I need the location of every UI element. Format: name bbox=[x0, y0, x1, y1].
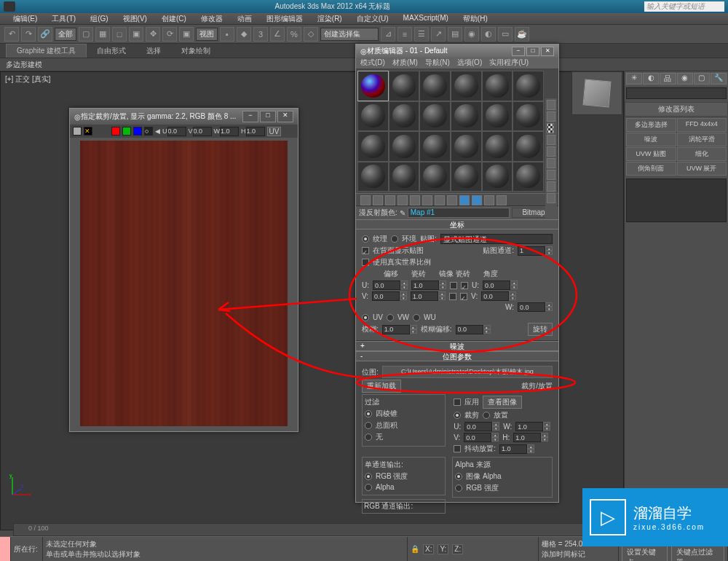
titlebar-search[interactable]: 输入关键字或短语 bbox=[644, 1, 724, 12]
mod-uvwmap[interactable]: UVW 贴图 bbox=[626, 147, 676, 161]
scale-button[interactable]: ▣ bbox=[179, 27, 194, 42]
med-titlebar[interactable]: ◎ 材质编辑器 - 01 - Default − □ ✕ bbox=[356, 44, 558, 58]
viewcube[interactable] bbox=[582, 79, 611, 107]
showbg-check[interactable] bbox=[362, 247, 369, 254]
menu-tools[interactable]: 工具(T) bbox=[44, 13, 83, 24]
realworld-check[interactable] bbox=[362, 259, 369, 266]
menu-customize[interactable]: 自定义(U) bbox=[349, 13, 396, 24]
crop-v[interactable]: ▴▾ bbox=[464, 433, 499, 442]
coord-header[interactable]: 坐标 bbox=[356, 219, 558, 230]
mod-noise[interactable]: 噪波 bbox=[626, 133, 676, 146]
material-slot[interactable] bbox=[419, 71, 451, 101]
med-menu-utilities[interactable]: 实用程序(U) bbox=[489, 58, 529, 68]
close-button[interactable]: ✕ bbox=[541, 47, 554, 56]
channel-b-icon[interactable] bbox=[133, 127, 142, 136]
v-tile[interactable]: ▴▾ bbox=[411, 291, 446, 301]
filter-sum[interactable] bbox=[365, 422, 372, 429]
menu-modifiers[interactable]: 修改器 bbox=[194, 13, 230, 24]
viewport-label[interactable]: [+] 正交 [真实] bbox=[5, 74, 51, 85]
material-slot[interactable] bbox=[451, 101, 482, 132]
material-slot[interactable] bbox=[513, 131, 544, 162]
reload-button[interactable]: 重新加载 bbox=[362, 380, 401, 393]
alpha-rgb[interactable] bbox=[455, 484, 462, 492]
alpha-img[interactable] bbox=[455, 473, 462, 480]
mirror-button[interactable]: ⊿ bbox=[381, 27, 395, 42]
med-menu-mode[interactable]: 模式(D) bbox=[360, 58, 385, 68]
undo-button[interactable]: ↶ bbox=[4, 27, 19, 42]
min-button[interactable]: − bbox=[512, 47, 525, 56]
w-spinner[interactable]: W bbox=[214, 127, 240, 136]
blur-spinner[interactable]: ▴▾ bbox=[382, 325, 417, 334]
show-in-viewport-icon[interactable] bbox=[459, 195, 470, 205]
x-coord[interactable]: X: bbox=[423, 544, 434, 554]
material-slot[interactable] bbox=[357, 131, 389, 162]
u-tile-check[interactable] bbox=[461, 282, 468, 289]
filter-pyramid[interactable] bbox=[365, 410, 372, 417]
ribbon-tab-freeform[interactable]: 自由形式 bbox=[87, 44, 136, 58]
snap-angle[interactable]: ∠ bbox=[270, 27, 285, 42]
setkey-button[interactable]: 设置关键点 bbox=[622, 546, 668, 562]
sample-uv-icon[interactable] bbox=[547, 135, 555, 145]
v-tile-check[interactable] bbox=[460, 293, 467, 300]
reset-icon[interactable] bbox=[397, 195, 408, 205]
close-icon[interactable]: ✕ bbox=[84, 127, 92, 136]
material-slot[interactable] bbox=[451, 71, 482, 101]
redo-button[interactable]: ↷ bbox=[21, 27, 36, 42]
show-end-icon[interactable] bbox=[472, 195, 482, 205]
selection-set[interactable]: 创建选择集 bbox=[320, 28, 379, 41]
render-setup[interactable]: ◐ bbox=[481, 27, 496, 42]
bluroffset-spinner[interactable]: ▴▾ bbox=[456, 325, 491, 334]
material-slot[interactable] bbox=[482, 101, 513, 132]
material-slot[interactable] bbox=[419, 131, 451, 162]
go-parent-icon[interactable] bbox=[484, 195, 494, 205]
u-spinner[interactable]: U bbox=[162, 127, 186, 136]
video-color-icon[interactable] bbox=[547, 146, 555, 157]
crop-h[interactable]: ▴▾ bbox=[513, 433, 548, 442]
v-mirror[interactable] bbox=[449, 293, 456, 300]
mod-polyselect[interactable]: 多边形选择 bbox=[626, 118, 676, 132]
selection-filter[interactable]: 全部 bbox=[55, 28, 76, 41]
menu-render[interactable]: 渲染(R) bbox=[310, 13, 349, 24]
go-forward-icon[interactable] bbox=[496, 195, 507, 205]
schematic-button[interactable]: ▤ bbox=[448, 27, 462, 42]
y-coord[interactable]: Y: bbox=[438, 544, 448, 554]
channel-a-icon[interactable]: ○ bbox=[144, 127, 153, 136]
snap-3d[interactable]: 3 bbox=[253, 27, 268, 42]
u-tile[interactable]: ▴▾ bbox=[411, 280, 446, 290]
select-window[interactable]: ▣ bbox=[129, 27, 143, 42]
channel-r-icon[interactable] bbox=[111, 127, 120, 136]
crop-radio[interactable] bbox=[454, 412, 461, 419]
ribbon-tab-paint[interactable]: 对象绘制 bbox=[171, 44, 221, 58]
v-spinner[interactable]: V bbox=[189, 127, 212, 136]
material-slot[interactable] bbox=[451, 162, 482, 192]
make-unique-icon[interactable] bbox=[422, 195, 432, 205]
material-slot[interactable] bbox=[389, 131, 420, 162]
map-name-field[interactable]: Map #1 bbox=[408, 208, 510, 218]
timetag[interactable]: 添加时间标记 bbox=[542, 549, 615, 560]
tab-motion-icon[interactable]: ◉ bbox=[677, 73, 693, 85]
menu-grapheditors[interactable]: 图形编辑器 bbox=[259, 13, 310, 24]
vw-radio[interactable] bbox=[387, 314, 394, 321]
wu-radio[interactable] bbox=[413, 314, 420, 321]
snap-spinner[interactable]: ◇ bbox=[304, 27, 318, 42]
material-slot[interactable] bbox=[513, 162, 544, 192]
filter-none[interactable] bbox=[365, 434, 372, 441]
move-button[interactable]: ✥ bbox=[146, 27, 160, 42]
refcoord-dropdown[interactable]: 视图 bbox=[196, 28, 218, 41]
modifier-stack[interactable] bbox=[626, 178, 727, 222]
min-button[interactable]: − bbox=[242, 111, 258, 122]
save-icon[interactable] bbox=[73, 127, 82, 136]
uv-radio[interactable] bbox=[362, 314, 369, 321]
material-slot[interactable] bbox=[419, 101, 451, 132]
med-menu-nav[interactable]: 导航(N) bbox=[425, 58, 450, 68]
material-slot[interactable] bbox=[482, 71, 513, 101]
v-angle[interactable]: ▴▾ bbox=[481, 291, 516, 301]
noise-header[interactable]: +噪波 bbox=[356, 341, 558, 351]
tab-create-icon[interactable]: ✳ bbox=[626, 73, 642, 85]
material-slot[interactable] bbox=[482, 162, 513, 192]
med-menu-material[interactable]: 材质(M) bbox=[392, 58, 418, 68]
material-slot[interactable] bbox=[357, 101, 389, 132]
menu-maxscript[interactable]: MAXScript(M) bbox=[396, 13, 456, 24]
u-angle[interactable]: ▴▾ bbox=[483, 280, 518, 290]
put-library-icon[interactable] bbox=[435, 195, 445, 205]
